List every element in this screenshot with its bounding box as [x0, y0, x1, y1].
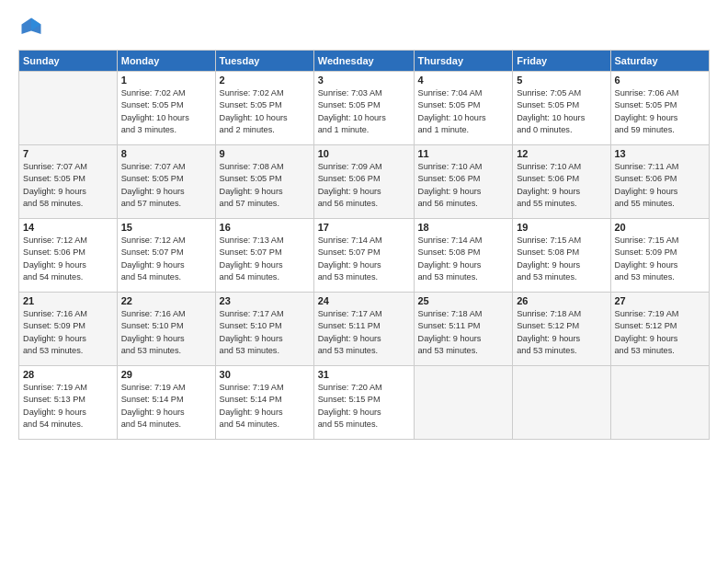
header-cell-friday: Friday — [513, 51, 610, 72]
day-number: 12 — [517, 148, 606, 159]
day-number: 29 — [121, 369, 211, 380]
day-number: 24 — [318, 295, 410, 306]
day-number: 31 — [318, 369, 410, 380]
logo — [18, 15, 48, 40]
day-cell: 23Sunrise: 7:17 AM Sunset: 5:10 PM Dayli… — [215, 293, 313, 366]
day-number: 1 — [121, 75, 211, 86]
day-info: Sunrise: 7:03 AM Sunset: 5:05 PM Dayligh… — [318, 87, 410, 136]
day-cell: 14Sunrise: 7:12 AM Sunset: 5:06 PM Dayli… — [19, 219, 118, 293]
day-number: 5 — [517, 75, 606, 86]
day-info: Sunrise: 7:09 AM Sunset: 5:06 PM Dayligh… — [318, 161, 410, 210]
day-cell: 15Sunrise: 7:12 AM Sunset: 5:07 PM Dayli… — [117, 219, 215, 293]
day-cell: 28Sunrise: 7:19 AM Sunset: 5:13 PM Dayli… — [19, 366, 118, 440]
day-cell — [19, 72, 118, 145]
day-cell — [513, 366, 610, 440]
day-cell: 22Sunrise: 7:16 AM Sunset: 5:10 PM Dayli… — [117, 293, 215, 366]
day-info: Sunrise: 7:12 AM Sunset: 5:07 PM Dayligh… — [121, 235, 211, 283]
day-info: Sunrise: 7:19 AM Sunset: 5:12 PM Dayligh… — [615, 308, 706, 357]
day-cell: 2Sunrise: 7:02 AM Sunset: 5:05 PM Daylig… — [215, 72, 313, 145]
day-cell: 31Sunrise: 7:20 AM Sunset: 5:15 PM Dayli… — [313, 366, 414, 440]
day-info: Sunrise: 7:10 AM Sunset: 5:06 PM Dayligh… — [517, 161, 606, 210]
day-number: 28 — [23, 369, 113, 380]
day-number: 2 — [220, 75, 310, 86]
day-number: 14 — [23, 222, 113, 233]
day-info: Sunrise: 7:11 AM Sunset: 5:06 PM Dayligh… — [615, 161, 706, 210]
calendar-table: SundayMondayTuesdayWednesdayThursdayFrid… — [18, 50, 710, 440]
day-number: 30 — [220, 369, 310, 380]
day-cell: 3Sunrise: 7:03 AM Sunset: 5:05 PM Daylig… — [313, 72, 414, 145]
week-row-3: 21Sunrise: 7:16 AM Sunset: 5:09 PM Dayli… — [19, 293, 710, 366]
day-cell: 18Sunrise: 7:14 AM Sunset: 5:08 PM Dayli… — [414, 219, 513, 293]
day-cell: 10Sunrise: 7:09 AM Sunset: 5:06 PM Dayli… — [313, 145, 414, 219]
day-info: Sunrise: 7:12 AM Sunset: 5:06 PM Dayligh… — [23, 235, 113, 283]
day-info: Sunrise: 7:08 AM Sunset: 5:05 PM Dayligh… — [220, 161, 310, 210]
header — [18, 15, 710, 40]
day-cell — [414, 366, 513, 440]
day-info: Sunrise: 7:10 AM Sunset: 5:06 PM Dayligh… — [418, 161, 509, 210]
day-cell: 9Sunrise: 7:08 AM Sunset: 5:05 PM Daylig… — [215, 145, 313, 219]
day-number: 23 — [220, 295, 310, 306]
day-cell: 4Sunrise: 7:04 AM Sunset: 5:05 PM Daylig… — [414, 72, 513, 145]
day-info: Sunrise: 7:18 AM Sunset: 5:12 PM Dayligh… — [517, 308, 606, 357]
day-number: 16 — [220, 222, 310, 233]
week-row-4: 28Sunrise: 7:19 AM Sunset: 5:13 PM Dayli… — [19, 366, 710, 440]
day-number: 11 — [418, 148, 509, 159]
day-number: 22 — [121, 295, 211, 306]
day-number: 26 — [517, 295, 606, 306]
day-info: Sunrise: 7:17 AM Sunset: 5:10 PM Dayligh… — [220, 308, 310, 357]
day-cell: 27Sunrise: 7:19 AM Sunset: 5:12 PM Dayli… — [610, 293, 710, 366]
day-number: 17 — [318, 222, 410, 233]
day-cell: 24Sunrise: 7:17 AM Sunset: 5:11 PM Dayli… — [313, 293, 414, 366]
day-cell: 17Sunrise: 7:14 AM Sunset: 5:07 PM Dayli… — [313, 219, 414, 293]
day-info: Sunrise: 7:15 AM Sunset: 5:09 PM Dayligh… — [615, 235, 706, 283]
header-cell-monday: Monday — [117, 51, 215, 72]
day-info: Sunrise: 7:06 AM Sunset: 5:05 PM Dayligh… — [615, 87, 706, 136]
day-number: 25 — [418, 295, 509, 306]
day-info: Sunrise: 7:16 AM Sunset: 5:10 PM Dayligh… — [121, 308, 211, 357]
day-info: Sunrise: 7:19 AM Sunset: 5:13 PM Dayligh… — [23, 382, 113, 431]
day-number: 10 — [318, 148, 410, 159]
day-number: 9 — [220, 148, 310, 159]
day-cell: 25Sunrise: 7:18 AM Sunset: 5:11 PM Dayli… — [414, 293, 513, 366]
calendar-header-row: SundayMondayTuesdayWednesdayThursdayFrid… — [19, 51, 710, 72]
header-cell-tuesday: Tuesday — [215, 51, 313, 72]
day-cell: 19Sunrise: 7:15 AM Sunset: 5:08 PM Dayli… — [513, 219, 610, 293]
day-cell: 11Sunrise: 7:10 AM Sunset: 5:06 PM Dayli… — [414, 145, 513, 219]
day-cell: 21Sunrise: 7:16 AM Sunset: 5:09 PM Dayli… — [19, 293, 118, 366]
day-cell: 8Sunrise: 7:07 AM Sunset: 5:05 PM Daylig… — [117, 145, 215, 219]
page: SundayMondayTuesdayWednesdayThursdayFrid… — [0, 0, 728, 563]
week-row-0: 1Sunrise: 7:02 AM Sunset: 5:05 PM Daylig… — [19, 72, 710, 145]
day-number: 7 — [23, 148, 113, 159]
day-number: 19 — [517, 222, 606, 233]
day-info: Sunrise: 7:18 AM Sunset: 5:11 PM Dayligh… — [418, 308, 509, 357]
day-number: 20 — [615, 222, 706, 233]
day-info: Sunrise: 7:07 AM Sunset: 5:05 PM Dayligh… — [121, 161, 211, 210]
day-info: Sunrise: 7:19 AM Sunset: 5:14 PM Dayligh… — [121, 382, 211, 431]
header-cell-sunday: Sunday — [19, 51, 118, 72]
day-info: Sunrise: 7:02 AM Sunset: 5:05 PM Dayligh… — [121, 87, 211, 136]
header-cell-wednesday: Wednesday — [313, 51, 414, 72]
day-cell: 1Sunrise: 7:02 AM Sunset: 5:05 PM Daylig… — [117, 72, 215, 145]
day-info: Sunrise: 7:19 AM Sunset: 5:14 PM Dayligh… — [220, 382, 310, 431]
day-info: Sunrise: 7:13 AM Sunset: 5:07 PM Dayligh… — [220, 235, 310, 283]
week-row-1: 7Sunrise: 7:07 AM Sunset: 5:05 PM Daylig… — [19, 145, 710, 219]
day-info: Sunrise: 7:02 AM Sunset: 5:05 PM Dayligh… — [220, 87, 310, 136]
day-number: 4 — [418, 75, 509, 86]
day-number: 13 — [615, 148, 706, 159]
day-info: Sunrise: 7:07 AM Sunset: 5:05 PM Dayligh… — [23, 161, 113, 210]
day-cell: 7Sunrise: 7:07 AM Sunset: 5:05 PM Daylig… — [19, 145, 118, 219]
day-number: 3 — [318, 75, 410, 86]
day-info: Sunrise: 7:14 AM Sunset: 5:08 PM Dayligh… — [418, 235, 509, 283]
day-cell: 5Sunrise: 7:05 AM Sunset: 5:05 PM Daylig… — [513, 72, 610, 145]
day-cell: 16Sunrise: 7:13 AM Sunset: 5:07 PM Dayli… — [215, 219, 313, 293]
day-cell: 26Sunrise: 7:18 AM Sunset: 5:12 PM Dayli… — [513, 293, 610, 366]
day-info: Sunrise: 7:04 AM Sunset: 5:05 PM Dayligh… — [418, 87, 509, 136]
day-number: 8 — [121, 148, 211, 159]
day-number: 18 — [418, 222, 509, 233]
day-info: Sunrise: 7:15 AM Sunset: 5:08 PM Dayligh… — [517, 235, 606, 283]
day-cell: 12Sunrise: 7:10 AM Sunset: 5:06 PM Dayli… — [513, 145, 610, 219]
day-number: 15 — [121, 222, 211, 233]
day-cell: 30Sunrise: 7:19 AM Sunset: 5:14 PM Dayli… — [215, 366, 313, 440]
day-cell — [610, 366, 710, 440]
logo-icon — [18, 15, 44, 40]
